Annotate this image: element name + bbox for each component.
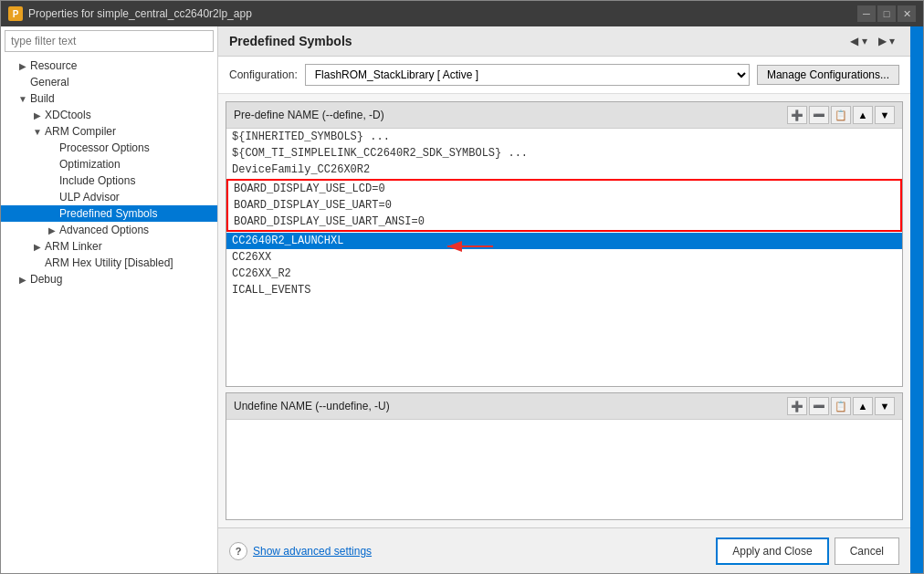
undefine-up-button[interactable]: ▲ [853,397,873,415]
apply-close-button[interactable]: Apply and Close [716,537,828,565]
nav-arrows: ◀ ▾ ▶ ▾ [845,32,899,50]
list-item[interactable]: ${INHERITED_SYMBOLS} ... [226,129,902,145]
config-select[interactable]: FlashROM_StackLibrary [ Active ] [305,64,750,86]
undefine-panel-header: Undefine NAME (--undefine, -U) ➕ ➖ 📋 ▲ ▼ [226,393,902,420]
window-icon: P [8,6,23,21]
cancel-button[interactable]: Cancel [835,537,899,565]
sidebar: ▶ Resource General ▼ Build ▶ XDCtools [1,26,218,573]
sidebar-item-label: Predefined Symbols [59,207,157,220]
sidebar-item-label: Resource [30,59,77,72]
sidebar-item-debug[interactable]: ▶ Debug [1,271,217,287]
main-header: Predefined Symbols ◀ ▾ ▶ ▾ [218,26,910,57]
tree-toggle: ▼ [16,94,30,104]
sidebar-item-processor-options[interactable]: Processor Options [1,140,217,156]
undefine-list [226,420,902,519]
list-item[interactable]: BOARD_DISPLAY_USE_UART=0 [228,197,900,214]
bottom-bar: ? Show advanced settings Apply and Close… [218,527,910,573]
main-title: Predefined Symbols [229,34,352,48]
undefine-panel-actions: ➕ ➖ 📋 ▲ ▼ [787,397,895,415]
sidebar-item-label: Build [30,92,55,105]
sidebar-item-label: Processor Options [59,141,150,154]
filter-input[interactable] [5,30,214,52]
panel-area: Pre-define NAME (--define, -D) ➕ ➖ 📋 ▲ ▼ [218,94,910,527]
sidebar-item-predefined-symbols[interactable]: Predefined Symbols [1,205,217,222]
main-panel: Predefined Symbols ◀ ▾ ▶ ▾ Configuration… [218,26,910,573]
sidebar-item-xdctools[interactable]: ▶ XDCtools [1,107,217,123]
content-area: ▶ Resource General ▼ Build ▶ XDCtools [1,26,923,573]
list-item[interactable]: ICALL_EVENTS [226,282,902,298]
sidebar-item-label: General [30,76,69,89]
undefine-panel: Undefine NAME (--undefine, -U) ➕ ➖ 📋 ▲ ▼ [226,392,903,520]
sidebar-item-label: Advanced Options [59,224,149,236]
define-list-wrap: ${INHERITED_SYMBOLS} ... ${COM_TI_SIMPLE… [226,129,902,386]
sidebar-item-label: Include Options [59,174,135,187]
sidebar-item-label: Debug [30,273,62,286]
undefine-copy-button[interactable]: 📋 [831,397,851,415]
maximize-button[interactable]: □ [877,5,896,22]
undefine-delete-button[interactable]: ➖ [809,397,829,415]
define-delete-button[interactable]: ➖ [809,106,829,124]
list-item-selected[interactable]: CC2640R2_LAUNCHXL [226,233,902,249]
sidebar-item-include-options[interactable]: Include Options [1,172,217,189]
config-row: Configuration: FlashROM_StackLibrary [ A… [218,57,910,94]
sidebar-item-build[interactable]: ▼ Build [1,90,217,107]
sidebar-item-label: ARM Compiler [45,125,116,138]
close-button[interactable]: ✕ [898,5,916,22]
sidebar-item-arm-linker[interactable]: ▶ ARM Linker [1,238,217,255]
sidebar-item-label: ULP Advisor [59,191,120,204]
bottom-left: ? Show advanced settings [229,542,372,560]
title-controls: ─ □ ✕ [857,5,916,22]
list-item[interactable]: DeviceFamily_CC26X0R2 [226,162,902,178]
define-panel-header: Pre-define NAME (--define, -D) ➕ ➖ 📋 ▲ ▼ [226,102,902,129]
config-label: Configuration: [229,68,298,81]
main-window: P Properties for simple_central_cc2640r2… [0,0,924,574]
undefine-panel-title: Undefine NAME (--undefine, -U) [234,400,390,412]
sidebar-item-resource[interactable]: ▶ Resource [1,57,217,74]
sidebar-item-arm-hex[interactable]: ARM Hex Utility [Disabled] [1,255,217,271]
highlighted-group: BOARD_DISPLAY_USE_LCD=0 BOARD_DISPLAY_US… [226,179,902,232]
define-list-scroll[interactable]: ${INHERITED_SYMBOLS} ... ${COM_TI_SIMPLE… [226,129,902,386]
define-add-button[interactable]: ➕ [787,106,807,124]
tree-toggle: ▼ [30,127,45,137]
show-advanced-link[interactable]: Show advanced settings [253,545,372,558]
sidebar-item-label: Optimization [59,158,121,171]
define-down-button[interactable]: ▼ [875,106,895,124]
window-title: Properties for simple_central_cc2640r2lp… [28,7,252,20]
sidebar-item-label: ARM Linker [45,240,102,253]
title-bar: P Properties for simple_central_cc2640r2… [1,1,923,26]
bottom-right: Apply and Close Cancel [716,537,899,565]
define-panel-title: Pre-define NAME (--define, -D) [234,109,384,121]
define-up-button[interactable]: ▲ [853,106,873,124]
list-item[interactable]: ${COM_TI_SIMPLELINK_CC2640R2_SDK_SYMBOLS… [226,145,902,162]
sidebar-item-label: XDCtools [45,109,91,121]
sidebar-item-optimization[interactable]: Optimization [1,156,217,172]
manage-configurations-button[interactable]: Manage Configurations... [757,65,899,85]
tree-toggle: ▶ [16,61,30,71]
list-item[interactable]: BOARD_DISPLAY_USE_UART_ANSI=0 [228,214,900,230]
sidebar-item-general[interactable]: General [1,74,217,90]
tree-toggle: ▶ [30,110,45,120]
help-button[interactable]: ? [229,542,247,560]
tree-toggle: ▶ [45,225,59,235]
define-copy-button[interactable]: 📋 [831,106,851,124]
tree-toggle: ▶ [30,242,45,252]
define-panel-actions: ➕ ➖ 📋 ▲ ▼ [787,106,895,124]
forward-button[interactable]: ▶ ▾ [874,32,899,50]
define-panel: Pre-define NAME (--define, -D) ➕ ➖ 📋 ▲ ▼ [226,101,903,387]
sidebar-item-label: ARM Hex Utility [Disabled] [45,256,173,269]
minimize-button[interactable]: ─ [857,5,876,22]
list-item[interactable]: BOARD_DISPLAY_USE_LCD=0 [228,181,900,197]
sidebar-item-advanced-options[interactable]: ▶ Advanced Options [1,222,217,238]
sidebar-item-ulp-advisor[interactable]: ULP Advisor [1,189,217,205]
tree: ▶ Resource General ▼ Build ▶ XDCtools [1,56,217,573]
right-strip [910,26,923,573]
list-item[interactable]: CC26XX_R2 [226,266,902,282]
tree-toggle: ▶ [16,275,30,285]
undefine-down-button[interactable]: ▼ [875,397,895,415]
back-button[interactable]: ◀ ▾ [845,32,871,50]
sidebar-item-arm-compiler[interactable]: ▼ ARM Compiler [1,123,217,140]
title-bar-left: P Properties for simple_central_cc2640r2… [8,6,252,21]
list-item[interactable]: CC26XX [226,249,902,266]
undefine-add-button[interactable]: ➕ [787,397,807,415]
